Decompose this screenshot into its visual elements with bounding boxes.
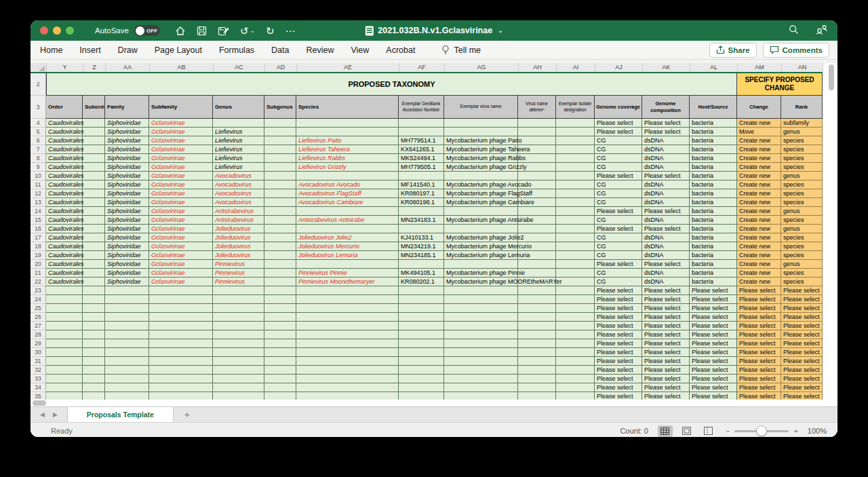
row-header-19[interactable]: 19 (31, 251, 46, 260)
cell[interactable] (399, 172, 444, 180)
cell[interactable]: Pinnievirus (213, 278, 264, 286)
column-header-AB[interactable]: AB (150, 63, 214, 72)
cell[interactable]: Please select (595, 357, 642, 366)
cell[interactable] (83, 180, 105, 189)
cell[interactable]: Mycobacterium phage Cambiare (444, 198, 518, 207)
row-header-17[interactable]: 17 (31, 233, 46, 242)
cell[interactable] (105, 304, 149, 313)
cell[interactable]: Jolieduovirus (213, 251, 264, 260)
cell[interactable]: Please select (595, 392, 642, 400)
cell[interactable]: bacteria (690, 189, 737, 198)
cell[interactable] (556, 348, 595, 357)
cell[interactable]: Siphoviridae (105, 136, 149, 145)
cell[interactable] (149, 322, 213, 330)
row-header-27[interactable]: 27 (31, 322, 46, 330)
cell[interactable]: Siphoviridae (105, 269, 149, 278)
cell[interactable] (105, 286, 149, 295)
cell[interactable] (105, 322, 149, 330)
cell[interactable]: dsDNA (642, 136, 690, 145)
cell[interactable] (264, 145, 296, 154)
cell[interactable] (46, 313, 83, 322)
proposed-taxonomy-banner[interactable]: PROPOSED TAXONOMY (46, 73, 737, 96)
cell[interactable]: CG (595, 278, 642, 286)
cell[interactable]: Please select (737, 366, 781, 375)
cell[interactable]: MK524494.1 (399, 154, 444, 163)
cell[interactable]: Create new (737, 145, 781, 154)
cell[interactable]: Please select (737, 357, 781, 366)
cell[interactable]: Please select (737, 295, 781, 304)
cell[interactable] (264, 251, 296, 260)
cell[interactable] (556, 366, 595, 375)
cell[interactable]: CG (595, 189, 642, 198)
cell[interactable]: Siphoviridae (105, 242, 149, 251)
tab-view[interactable]: View (351, 45, 369, 55)
save-icon[interactable] (197, 26, 207, 36)
cell[interactable]: Jolieduovirus Mercurio (296, 242, 399, 251)
cell[interactable] (83, 330, 105, 339)
cell[interactable]: Gclasvirinae (149, 198, 213, 207)
cell[interactable] (518, 375, 556, 383)
cell[interactable] (296, 357, 399, 366)
cell[interactable] (105, 383, 149, 392)
cell[interactable] (83, 392, 105, 400)
cell[interactable]: Gclasvirinae (149, 154, 213, 163)
cell[interactable] (83, 286, 105, 295)
cell[interactable] (83, 357, 105, 366)
cell[interactable] (444, 313, 518, 322)
cell[interactable]: Siphoviridae (105, 225, 149, 233)
cell[interactable] (444, 330, 518, 339)
cell[interactable]: species (781, 216, 823, 225)
cell[interactable]: species (781, 233, 823, 242)
row-header-3[interactable]: 3 (31, 96, 46, 119)
cell[interactable]: Mycobacterium phage MOOREtheMARYer (444, 278, 518, 286)
cell[interactable]: genus (781, 260, 823, 269)
cell[interactable]: Siphoviridae (105, 172, 149, 180)
cell[interactable] (213, 392, 264, 400)
header-cell[interactable]: Change (737, 96, 781, 119)
cell[interactable] (213, 348, 264, 357)
cell[interactable]: CG (595, 180, 642, 189)
cell[interactable]: Gclasvirinae (149, 172, 213, 180)
cell[interactable] (296, 366, 399, 375)
cell[interactable]: Please select (642, 119, 690, 128)
cell[interactable] (46, 330, 83, 339)
cell[interactable]: Siphoviridae (105, 198, 149, 207)
cell[interactable] (518, 207, 556, 216)
cell[interactable]: species (781, 145, 823, 154)
cell[interactable] (149, 339, 213, 348)
cell[interactable]: Avocadovirus (213, 172, 264, 180)
cell[interactable] (149, 313, 213, 322)
cell[interactable] (518, 304, 556, 313)
row-header-22[interactable]: 22 (31, 278, 46, 286)
cell[interactable]: CG (595, 251, 642, 260)
row-header-10[interactable]: 10 (31, 172, 46, 180)
row-header-35[interactable]: 35 (31, 392, 46, 400)
cell[interactable]: Mycobacterium phage Grizzly (444, 163, 518, 172)
column-header-AI[interactable]: AI (557, 63, 595, 72)
cell[interactable]: Please select (690, 339, 737, 348)
cell[interactable] (149, 330, 213, 339)
cell[interactable] (556, 295, 595, 304)
cell[interactable] (556, 286, 595, 295)
cell[interactable] (264, 392, 296, 400)
cell[interactable] (264, 295, 296, 304)
cell[interactable] (149, 348, 213, 357)
row-header-12[interactable]: 12 (31, 189, 46, 198)
row-header-14[interactable]: 14 (31, 207, 46, 216)
cell[interactable] (264, 366, 296, 375)
cell[interactable]: bacteria (690, 128, 737, 136)
cell[interactable]: species (781, 278, 823, 286)
column-header-AJ[interactable]: AJ (595, 63, 643, 72)
cell[interactable] (264, 207, 296, 216)
cell[interactable] (444, 392, 518, 400)
cell[interactable]: Liefievirus Paito (296, 136, 399, 145)
tab-insert[interactable]: Insert (79, 45, 100, 55)
row-header-7[interactable]: 7 (31, 145, 46, 154)
cell[interactable]: Please select (595, 383, 642, 392)
cell[interactable]: Caudovirales (46, 145, 83, 154)
cell[interactable]: Siphoviridae (105, 119, 149, 128)
cell[interactable] (556, 136, 595, 145)
cell[interactable] (518, 313, 556, 322)
cell[interactable] (213, 330, 264, 339)
cell[interactable] (556, 260, 595, 269)
